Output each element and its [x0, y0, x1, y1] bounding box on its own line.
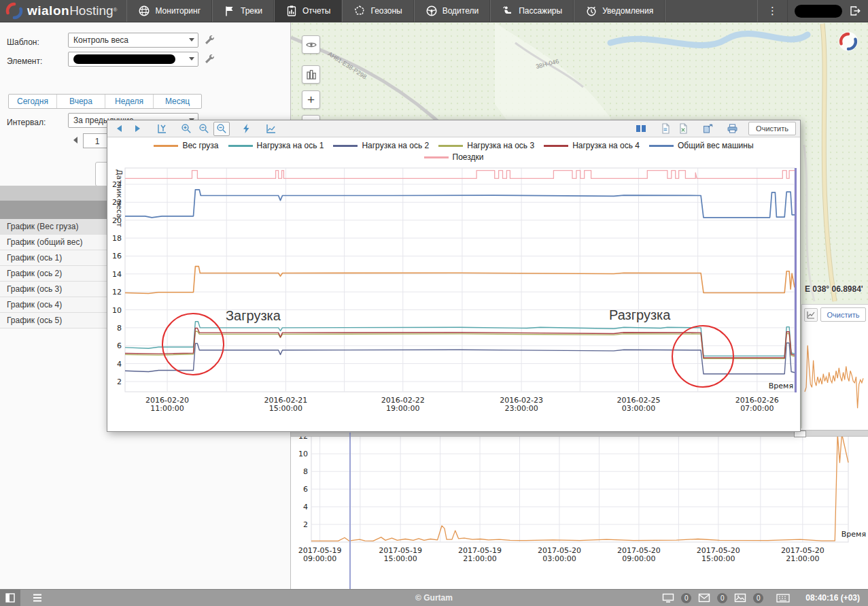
nav-item-tracks[interactable]: Треки [212, 0, 274, 22]
legend-label: Нагрузка на ось 1 [257, 141, 324, 150]
svg-text:14: 14 [112, 270, 122, 279]
mini-sparkline-svg [802, 324, 867, 426]
wialon-app: wialonHosting® Мониторинг Треки Отчет [0, 0, 868, 606]
chart-axes-button[interactable] [262, 122, 279, 136]
notification-icon [585, 5, 597, 17]
bottom-list-button[interactable] [29, 590, 46, 606]
brand-logo[interactable]: wialonHosting® [0, 0, 126, 22]
copy-icon [702, 123, 713, 134]
buildings-icon [305, 69, 317, 81]
legend-item-cargo[interactable]: Вес груза [154, 141, 218, 150]
media-button[interactable] [731, 590, 749, 606]
svg-text:8: 8 [117, 324, 122, 333]
mini-chart-settings-button[interactable] [804, 308, 818, 322]
chart-prev-button[interactable] [111, 122, 128, 136]
svg-text:12: 12 [112, 288, 122, 297]
mail-button[interactable] [695, 590, 713, 606]
messages-button[interactable] [659, 590, 677, 606]
chart-clear-button[interactable]: Очистить [748, 122, 796, 135]
map-eye-button[interactable] [302, 35, 320, 54]
chevron-down-icon [189, 57, 194, 61]
legend-swatch [154, 145, 178, 147]
svg-text:16: 16 [112, 252, 122, 260]
legend-item-axle2[interactable]: Нагрузка на ось 2 [333, 141, 429, 150]
nav-item-reports[interactable]: Отчеты [274, 0, 342, 22]
svg-text:10: 10 [298, 450, 308, 458]
annotation-loading: Загрузка [226, 308, 281, 324]
range-today-button[interactable]: Сегодня [9, 95, 57, 108]
element-value-redacted [73, 54, 175, 64]
copy-chart-button[interactable] [699, 122, 716, 136]
svg-text:2017-05-2009:00:00: 2017-05-2009:00:00 [617, 546, 661, 563]
refresh-chart-button[interactable] [238, 122, 254, 136]
svg-text:2016-02-2115:00:00: 2016-02-2115:00:00 [264, 396, 307, 413]
mini-clear-button[interactable]: Очистить [820, 307, 866, 322]
report-pages-button[interactable] [633, 122, 649, 136]
book-icon [635, 123, 647, 134]
more-menu-button[interactable]: ⋮ [757, 0, 788, 22]
range-yesterday-button[interactable]: Вчера [57, 95, 105, 108]
user-name-redacted[interactable] [795, 5, 842, 18]
zoom-in-icon [181, 123, 192, 134]
interval-label: Интервал: [7, 118, 46, 127]
zoom-in-button[interactable] [178, 122, 194, 136]
nav-label: Водители [442, 6, 479, 16]
svg-text:18: 18 [112, 234, 122, 243]
legend-swatch [424, 156, 449, 158]
chart-next-button[interactable] [129, 122, 145, 136]
zoom-out-icon [198, 123, 209, 134]
svg-text:Время: Время [769, 382, 793, 390]
nav-label: Треки [241, 6, 262, 16]
file-pdf-icon [661, 123, 670, 134]
range-week-button[interactable]: Неделя [105, 95, 154, 108]
nav-spacer [665, 0, 757, 22]
svg-text:6: 6 [303, 485, 308, 494]
globe-icon [138, 5, 150, 17]
nav-item-monitoring[interactable]: Мониторинг [126, 0, 212, 22]
nav-item-notifications[interactable]: Уведомления [574, 0, 665, 22]
svg-text:2016-02-2503:00:00: 2016-02-2503:00:00 [617, 396, 661, 413]
legend-item-axle1[interactable]: Нагрузка на ось 1 [228, 141, 324, 150]
map-layers-button[interactable] [302, 65, 320, 84]
keyboard-button[interactable] [774, 590, 792, 606]
legend-item-trips[interactable]: Поездки [424, 152, 484, 162]
logout-button[interactable] [848, 0, 868, 22]
element-select[interactable] [68, 52, 198, 67]
count-decrement-button[interactable] [73, 137, 77, 144]
nav-item-drivers[interactable]: Водители [414, 0, 490, 22]
collapse-panel-button[interactable] [0, 590, 20, 606]
element-wrench-icon[interactable] [203, 52, 215, 65]
nav-item-geofences[interactable]: Геозоны [342, 0, 413, 22]
svg-text:2017-05-2015:00:00: 2017-05-2015:00:00 [697, 546, 740, 563]
legend-item-axle3[interactable]: Нагрузка на ось 3 [438, 141, 534, 150]
fit-y-axis-button[interactable] [154, 122, 170, 136]
svg-text:2016-02-2607:00:00: 2016-02-2607:00:00 [735, 396, 779, 413]
svg-text:Время: Время [841, 530, 866, 539]
template-select[interactable]: Контроль веса [68, 33, 198, 48]
nav-label: Отчеты [302, 6, 330, 16]
unloading-highlight-circle [672, 325, 734, 388]
legend-item-axle4[interactable]: Нагрузка на ось 4 [544, 141, 640, 150]
export-pdf-button[interactable] [657, 122, 674, 136]
export-excel-button[interactable] [675, 122, 691, 136]
zoom-selection-button[interactable] [213, 122, 230, 136]
brand-word2: Hosting [69, 3, 113, 18]
copyright: © Gurtam [415, 593, 453, 603]
chart-right-cursor-line [795, 168, 797, 392]
nav-item-passengers[interactable]: Пассажиры [490, 0, 574, 22]
map-zoom-in-button[interactable]: + [302, 90, 320, 109]
file-excel-icon [678, 123, 688, 134]
photo-icon [734, 593, 746, 603]
print-chart-button[interactable] [724, 122, 740, 136]
range-month-button[interactable]: Месяц [154, 95, 201, 108]
brand-word1: wialon [27, 3, 69, 18]
template-wrench-icon[interactable] [203, 33, 215, 46]
legend-item-total[interactable]: Общий вес машины [649, 141, 754, 150]
svg-text:2016-02-2011:00:00: 2016-02-2011:00:00 [145, 396, 189, 413]
keyboard-icon [776, 594, 790, 603]
zoom-out-button[interactable] [196, 122, 212, 136]
media-count-badge: 0 [753, 593, 763, 603]
svg-text:2017-05-1909:00:00: 2017-05-1909:00:00 [298, 546, 342, 563]
loading-highlight-circle [162, 313, 224, 375]
geofence-icon [353, 5, 366, 17]
